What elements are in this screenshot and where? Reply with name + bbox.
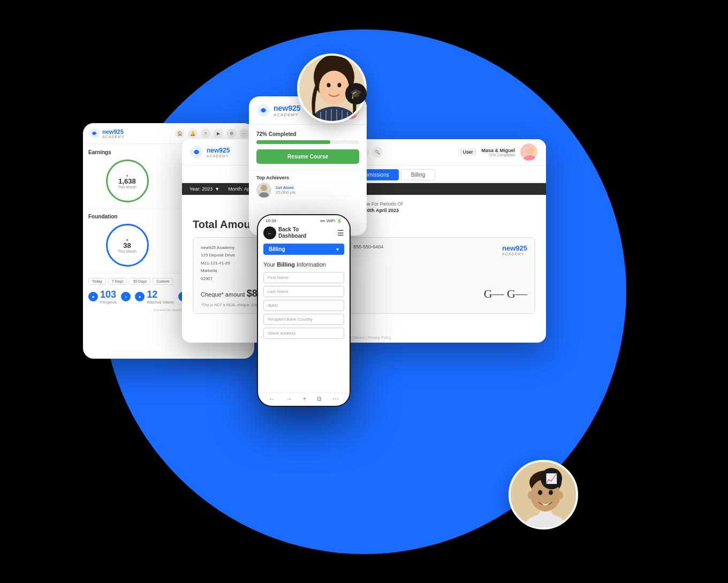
phone-content: Your Billing Information First Name Last…: [258, 257, 350, 392]
cheque-container: new925 Academy 125 Deposit Drive M11-121…: [193, 237, 535, 314]
videos-label: Watched Videos: [147, 300, 174, 304]
progress-label: 72% Completed: [256, 131, 359, 137]
foundation-title: Foundation: [88, 214, 117, 219]
prospects-value: 103: [100, 289, 117, 300]
tablet-left-nav: 🏠 🔔 ? ▶ ⚙ ⋯: [175, 128, 249, 138]
graduation-badge: 🎓: [345, 83, 367, 104]
cheque-note: *This is NOT a REAL cheque. It is a virt…: [201, 303, 527, 307]
phone-back-icon[interactable]: ←: [269, 395, 275, 403]
top-achievers-label: Top Achievers: [256, 175, 359, 180]
wifi-icon: WiFi: [327, 218, 335, 223]
recipient-bank-field[interactable]: Recipient Bank Country: [263, 314, 344, 325]
achiever-item: 1st Aloni 25,000 pts: [256, 183, 359, 198]
videos-value: 12: [147, 289, 174, 300]
phone-more-icon[interactable]: ⋯: [332, 395, 339, 403]
user-name: Masa & Miguel: [481, 148, 515, 153]
phone-forward-icon[interactable]: →: [286, 395, 292, 403]
achiever-details: 1st Aloni 25,000 pts: [276, 185, 295, 195]
user-section-middle: User Masa & Miguel 72% Completed: [458, 142, 539, 162]
back-button[interactable]: ← Back ToDashboard: [263, 226, 306, 239]
brand-name-left: new925: [102, 128, 125, 135]
filter-custom[interactable]: Custom: [153, 278, 173, 285]
year-selector[interactable]: Year: 2023 ▼: [189, 186, 219, 192]
user-progress: 72% Completed: [488, 153, 515, 157]
hamburger-icon[interactable]: ☰: [337, 229, 344, 237]
filter-today[interactable]: Today: [88, 278, 106, 285]
svg-point-15: [327, 83, 331, 87]
svg-point-21: [528, 491, 533, 499]
billing-dropdown-arrow-icon: ▾: [336, 246, 339, 252]
nav-home-icon[interactable]: 🏠: [175, 128, 185, 138]
foundation-month-metric: ● 38 This Month: [106, 224, 149, 267]
billing-info-title: Your Billing Information: [263, 261, 344, 268]
phone-plus-icon[interactable]: +: [302, 395, 306, 403]
achiever-avatar-svg: [256, 183, 271, 198]
tablet-footer: Terms of Service | Privacy Policy: [182, 336, 546, 339]
cheque-phone: 855-550-6404: [353, 244, 383, 249]
prospects-arrow-icon[interactable]: ›: [121, 292, 131, 301]
progress-bar-fill: [256, 140, 330, 144]
svg-point-3: [194, 150, 199, 154]
nav-more-icon[interactable]: ⋯: [239, 128, 249, 138]
phone-topbar: ← Back ToDashboard ☰: [258, 224, 350, 241]
achiever-avatar: [256, 183, 271, 198]
earnings-title: Earnings: [88, 149, 111, 155]
svg-point-16: [338, 83, 342, 87]
street-address-field[interactable]: Street Address: [263, 328, 344, 339]
user-name-area: Masa & Miguel 72% Completed: [481, 148, 515, 157]
man-avatar: [509, 460, 578, 529]
phone-time: 10:39: [266, 218, 276, 223]
tm-search-icon[interactable]: 🔍: [372, 147, 383, 157]
phone-inner: 10:39 ▪▪▪ WiFi 🔋 ← Back ToDashboard ☰ Bi…: [258, 215, 350, 406]
course-brand-icon: [256, 103, 270, 117]
filter-30days[interactable]: 30 Days: [129, 278, 150, 285]
resume-course-button[interactable]: Resume Course: [256, 149, 359, 164]
nav-bell-icon[interactable]: 🔔: [188, 128, 198, 138]
brand-logo-middle: new925 ACADEMY: [189, 145, 230, 159]
foundation-month-label: This Month: [118, 249, 136, 253]
tab-billing[interactable]: Billing: [401, 169, 436, 180]
phone-bottombar: ← → + ⧉ ⋯: [258, 392, 350, 406]
earnings-month-value: 1,638: [118, 177, 136, 185]
first-name-field[interactable]: First Name: [263, 272, 344, 283]
course-body: 72% Completed Resume Course: [249, 125, 367, 170]
billing-dropdown-label: Billing: [269, 246, 285, 252]
user-avatar-svg: [520, 143, 539, 162]
prospects-icon: ●: [88, 292, 98, 301]
earnings-month-label: This Month: [118, 185, 136, 189]
phone-copy-icon[interactable]: ⧉: [317, 395, 322, 403]
nav-play-icon[interactable]: ▶: [214, 128, 223, 138]
svg-point-14: [319, 71, 349, 105]
user-avatar: [519, 142, 539, 162]
svg-point-24: [549, 490, 553, 495]
cheque-amount-row: Cheque* amount $8,780 USD G— G—: [201, 287, 527, 301]
battery-icon: 🔋: [337, 218, 342, 223]
nav-settings-icon[interactable]: ⚙: [226, 128, 236, 138]
back-arrow-icon: ←: [263, 226, 276, 239]
brand-logo-icon-middle: [189, 145, 203, 159]
phone-statusbar: 10:39 ▪▪▪ WiFi 🔋: [258, 215, 350, 224]
brand-sub-middle: ACADEMY: [207, 154, 230, 158]
filter-7days[interactable]: 7 Days: [108, 278, 127, 285]
course-brand-name: new925: [274, 104, 301, 112]
foundation-month-value: 38: [123, 241, 131, 249]
brand-sub-left: ACADEMY: [102, 135, 125, 139]
last-name-field[interactable]: Last Name: [263, 286, 344, 297]
iban-field[interactable]: IBAN: [263, 300, 344, 311]
svg-point-22: [558, 491, 563, 499]
phone-statusbar-right: ▪▪▪ WiFi 🔋: [320, 218, 342, 223]
billing-dropdown[interactable]: Billing ▾: [263, 244, 344, 255]
svg-point-1: [93, 132, 96, 135]
videos-icon: ●: [135, 292, 145, 301]
course-brand-sub: ACADEMY: [274, 112, 301, 117]
cheque-brand-logo: new925 ACADEMY: [502, 244, 527, 256]
back-label: Back ToDashboard: [278, 226, 306, 239]
svg-point-7: [261, 108, 266, 112]
svg-point-23: [538, 490, 542, 495]
svg-point-11: [259, 192, 269, 198]
course-logo: new925 ACADEMY: [256, 103, 301, 117]
brand-logo-left: new925 ACADEMY: [88, 127, 125, 139]
user-dropdown[interactable]: User: [458, 148, 477, 156]
svg-point-10: [261, 185, 267, 191]
nav-help-icon[interactable]: ?: [201, 128, 210, 138]
